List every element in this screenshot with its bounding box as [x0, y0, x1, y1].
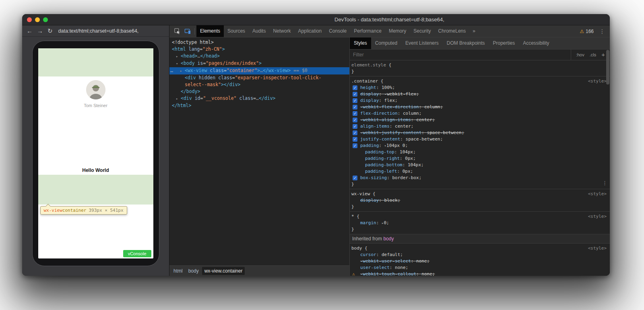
declaration-text: -webkit-align-items: center; [360, 117, 435, 122]
sidebar-tab-event-listeners[interactable]: Event Listeners [401, 37, 443, 49]
property-name: box-sizing [360, 175, 387, 180]
dom-node[interactable]: </body> [169, 88, 349, 95]
tab-elements[interactable]: Elements [196, 25, 224, 37]
dom-node[interactable]: ▾<body is="pages/index/index"> [169, 60, 349, 67]
reload-icon[interactable]: ↻ [47, 28, 53, 34]
css-declaration[interactable]: ✓padding: ▾104px 0; [351, 143, 607, 149]
css-declaration[interactable]: ✓display: -webkit-flex; [351, 91, 607, 97]
declaration-checkbox[interactable]: ✓ [353, 85, 357, 90]
console-warning-badge[interactable]: ⚠ 166 [580, 29, 594, 34]
sidebar-tab-computed[interactable]: Computed [371, 37, 401, 49]
scrollbar-thumb[interactable] [606, 50, 609, 85]
property-value: none [421, 271, 432, 276]
dom-node[interactable]: ▸<div id="__vconsole" class=…</div> [169, 95, 349, 102]
titlebar[interactable]: DevTools - data:text/html;charset=utf-8;… [22, 14, 610, 25]
device-toolbar-icon[interactable] [182, 25, 193, 37]
dom-node[interactable]: ▸<head>…</head> [169, 53, 349, 60]
declaration-checkbox[interactable]: ✓ [353, 105, 357, 110]
sidebar-tab-accessibility[interactable]: Accessibility [519, 37, 553, 49]
page-preview[interactable]: Tom Steiner Hello World wx-viewcontainer… [38, 48, 153, 258]
declaration-checkbox[interactable]: ✓ [353, 98, 357, 103]
css-declaration[interactable]: ✓align-items: center; [351, 123, 607, 130]
breadcrumb-body[interactable]: body [186, 267, 201, 275]
minimize-button[interactable] [35, 17, 40, 22]
css-declaration[interactable]: ✓flex-direction: column; [351, 110, 607, 117]
tab-application[interactable]: Application [294, 25, 325, 37]
sidebar-tab-dom-breakpoints[interactable]: DOM Breakpoints [443, 37, 489, 49]
css-declaration[interactable]: ✓-webkit-flex-direction: column; [351, 104, 607, 110]
new-style-rule-button[interactable]: + [601, 51, 605, 58]
toggle-hover-button[interactable]: :hov [576, 52, 584, 57]
css-declaration[interactable]: -webkit-user-select: none; [351, 258, 607, 265]
tab-sources[interactable]: Sources [224, 25, 249, 37]
css-selector[interactable]: wx-view [351, 191, 370, 196]
dom-node[interactable]: <!doctype html> [169, 39, 349, 46]
css-declaration[interactable]: ⚠-webkit-touch-callout: none; [351, 271, 607, 276]
back-icon[interactable]: ← [27, 28, 33, 34]
declaration-checkbox[interactable]: ✓ [353, 111, 357, 116]
css-declaration[interactable]: ✓height: 100%; [351, 85, 607, 91]
node-overflow-dots[interactable]: … [170, 67, 173, 74]
declaration-checkbox[interactable]: ✓ [353, 92, 357, 97]
forward-icon[interactable]: → [37, 28, 43, 34]
declaration-checkbox[interactable]: ✓ [353, 143, 357, 148]
style-source-link[interactable]: <style> [588, 78, 607, 85]
dom-node[interactable]: <div hidden class="exparser-inspector-to… [169, 74, 349, 81]
declaration-checkbox[interactable]: ✓ [353, 124, 357, 129]
css-declaration[interactable]: ✓-webkit-justify-content: space-between; [351, 130, 607, 136]
css-declaration[interactable]: user-select: none; [351, 265, 607, 271]
fullscreen-button[interactable] [43, 17, 48, 22]
css-declaration[interactable]: ✓justify-content: space-between; [351, 136, 607, 143]
dom-node[interactable]: </html> [169, 102, 349, 109]
css-declaration[interactable]: margin: ▸0; [351, 220, 607, 226]
breadcrumb-html[interactable]: html [171, 267, 185, 275]
toggle-class-button[interactable]: .cls [590, 52, 597, 57]
styles-filter-input[interactable] [350, 50, 571, 60]
css-declaration[interactable]: ✓-webkit-align-items: center; [351, 117, 607, 123]
dom-node[interactable]: select--mask"></div> [169, 81, 349, 88]
sidebar-tab-properties[interactable]: Properties [489, 37, 519, 49]
css-declaration[interactable]: display: block; [351, 197, 607, 204]
tab-network[interactable]: Network [269, 25, 294, 37]
disclosure-triangle[interactable]: ▾ [176, 60, 181, 67]
style-source-link[interactable]: <style> [588, 191, 607, 197]
inspect-icon[interactable] [172, 25, 182, 37]
disclosure-triangle[interactable]: ▸ [176, 53, 181, 60]
css-declaration[interactable]: ✓box-sizing: border-box; [351, 175, 607, 181]
rule-overflow-menu[interactable]: ⋮ [602, 180, 607, 186]
css-declaration[interactable]: ✓display: flex; [351, 97, 607, 104]
tab-console[interactable]: Console [325, 25, 350, 37]
declaration-checkbox[interactable]: ✓ [353, 176, 357, 180]
dom-node[interactable]: <html lang="zh-CN"> [169, 46, 349, 53]
devtools-menu-icon[interactable]: ⋮ [599, 28, 605, 35]
tab-performance[interactable]: Performance [350, 25, 385, 37]
css-selector[interactable]: * [351, 214, 354, 219]
close-button[interactable] [27, 17, 32, 22]
declaration-checkbox[interactable]: ✓ [353, 130, 357, 135]
css-declaration[interactable]: padding-right: 0px; [351, 155, 607, 162]
disclosure-triangle[interactable]: ▸ [180, 68, 185, 74]
css-declaration[interactable]: padding-top: 104px; [351, 149, 607, 155]
tab-audits[interactable]: Audits [249, 25, 269, 37]
dom-node[interactable]: …▸<wx-view class="container">…</wx-view>… [169, 67, 349, 74]
sidebar-tab-styles[interactable]: Styles [350, 37, 371, 49]
style-source-link[interactable]: <style> [588, 213, 607, 220]
breadcrumb-wx-view.container[interactable]: wx-view.container [202, 267, 245, 275]
css-declaration[interactable]: padding-left: 0px; [351, 168, 607, 175]
declaration-checkbox[interactable]: ✓ [353, 137, 357, 142]
css-declaration[interactable]: cursor: default; [351, 252, 607, 258]
tab-memory[interactable]: Memory [385, 25, 410, 37]
vconsole-button[interactable]: vConsole [123, 250, 151, 257]
url-text[interactable]: data:text/html;charset=utf-8;base64, [58, 28, 139, 34]
css-selector[interactable]: element.style [351, 62, 386, 68]
more-tabs-chevron[interactable]: » [469, 25, 479, 37]
css-selector[interactable]: .container [351, 79, 378, 84]
disclosure-triangle[interactable]: ▸ [176, 95, 181, 102]
css-declaration[interactable]: padding-bottom: 104px; [351, 162, 607, 168]
tab-chromelens[interactable]: ChromeLens [435, 25, 470, 37]
tab-security[interactable]: Security [410, 25, 434, 37]
inherited-node-link[interactable]: body [383, 236, 394, 242]
css-selector[interactable]: body [351, 246, 362, 251]
declaration-checkbox[interactable]: ✓ [353, 118, 357, 122]
style-source-link[interactable]: <style> [588, 245, 607, 252]
